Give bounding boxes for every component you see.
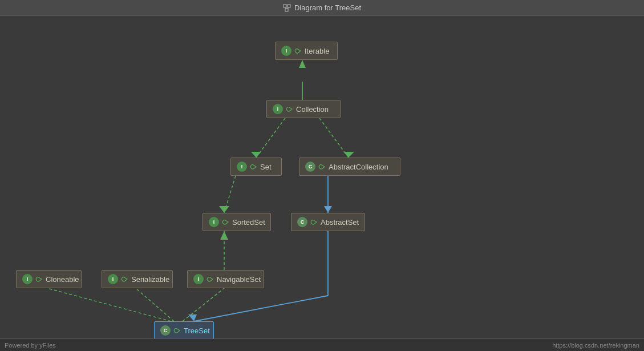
- interface-icon-navigableset: I: [193, 274, 204, 284]
- node-label-iterable: Iterable: [305, 47, 329, 55]
- arrows-svg: [0, 16, 644, 351]
- svg-line-24: [183, 288, 224, 321]
- leaf-icon-navigableset: [206, 275, 214, 283]
- bottom-bar: Powered by yFiles https://blog.csdn.net/…: [0, 338, 644, 351]
- bottom-left-text: Powered by yFiles: [5, 342, 56, 349]
- interface-icon-serializable: I: [108, 274, 118, 284]
- title-bar: Diagram for TreeSet: [0, 0, 644, 16]
- svg-marker-10: [343, 152, 354, 158]
- node-abstractset[interactable]: C AbstractSet: [291, 213, 365, 231]
- leaf-icon-serializable: [120, 275, 128, 283]
- node-label-cloneable: Cloneable: [46, 275, 79, 284]
- title-label: Diagram for TreeSet: [294, 3, 361, 12]
- leaf-icon-collection: [285, 105, 293, 113]
- node-navigableset[interactable]: I NavigableSet: [187, 270, 264, 288]
- svg-line-7: [256, 118, 285, 158]
- leaf-icon-abstractcollection: [318, 163, 326, 171]
- node-treeset[interactable]: C TreeSet: [154, 321, 214, 340]
- svg-marker-19: [188, 314, 197, 321]
- bottom-right-text: https://blog.csdn.net/rekingman: [552, 342, 639, 349]
- diagram-area: I Iterable I Collection I Set C Abstract…: [0, 16, 644, 351]
- interface-icon-iterable: I: [281, 46, 291, 56]
- svg-rect-0: [283, 5, 286, 7]
- interface-icon-collection: I: [273, 104, 283, 114]
- svg-line-22: [136, 288, 174, 321]
- node-label-set: Set: [260, 163, 272, 171]
- svg-marker-12: [219, 206, 229, 213]
- leaf-icon-abstractset: [310, 218, 318, 226]
- node-iterable[interactable]: I Iterable: [275, 42, 338, 60]
- svg-marker-8: [251, 152, 261, 158]
- svg-line-20: [47, 288, 171, 321]
- node-sortedset[interactable]: I SortedSet: [202, 213, 271, 231]
- interface-icon-cloneable: I: [22, 274, 33, 284]
- node-label-sortedset: SortedSet: [232, 218, 265, 227]
- leaf-icon-cloneable: [35, 275, 43, 283]
- diagram-icon: [283, 4, 291, 12]
- node-collection[interactable]: I Collection: [266, 100, 341, 118]
- leaf-icon-set: [249, 163, 257, 171]
- svg-marker-16: [220, 231, 228, 240]
- node-cloneable[interactable]: I Cloneable: [16, 270, 82, 288]
- svg-line-9: [319, 118, 349, 158]
- node-label-serializable: Serializable: [131, 275, 169, 284]
- svg-line-11: [224, 176, 236, 213]
- node-label-treeset: TreeSet: [184, 326, 210, 335]
- node-label-collection: Collection: [296, 105, 329, 114]
- class-icon-abstractcollection: C: [305, 162, 315, 172]
- node-label-abstractset: AbstractSet: [321, 218, 359, 227]
- leaf-icon-treeset: [173, 326, 181, 334]
- interface-icon-set: I: [237, 162, 247, 172]
- class-icon-abstractset: C: [297, 217, 307, 227]
- leaf-icon-sortedset: [221, 218, 229, 226]
- node-serializable[interactable]: I Serializable: [102, 270, 173, 288]
- svg-rect-2: [285, 9, 288, 11]
- svg-marker-14: [324, 206, 332, 213]
- svg-marker-6: [299, 60, 306, 68]
- class-icon-treeset: C: [160, 325, 171, 336]
- node-label-navigableset: NavigableSet: [217, 275, 261, 284]
- svg-line-18: [194, 296, 328, 321]
- node-set[interactable]: I Set: [230, 158, 282, 176]
- node-label-abstractcollection: AbstractCollection: [329, 163, 388, 171]
- svg-rect-1: [287, 5, 290, 7]
- leaf-icon-iterable: [294, 47, 302, 55]
- node-abstractcollection[interactable]: C AbstractCollection: [299, 158, 400, 176]
- interface-icon-sortedset: I: [209, 217, 219, 227]
